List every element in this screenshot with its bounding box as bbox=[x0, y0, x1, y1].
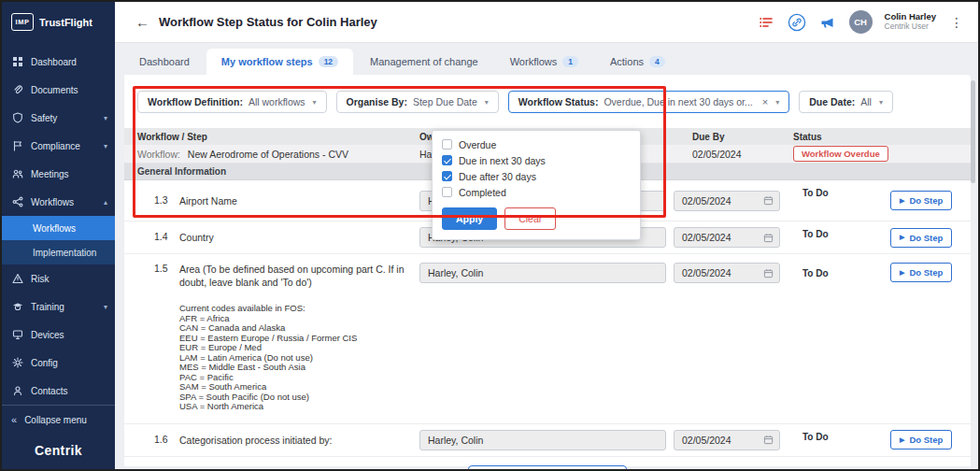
do-step-label: Do Step bbox=[909, 435, 943, 445]
sidebar-item-devices[interactable]: Devices bbox=[2, 321, 115, 349]
table-row: 1.5 Area (To be defined based on upcomin… bbox=[124, 254, 971, 424]
chevron-down-icon: ▾ bbox=[879, 98, 883, 107]
sidebar-item-documents[interactable]: Documents bbox=[2, 76, 115, 104]
due-date-value: 02/05/2024 bbox=[682, 267, 731, 278]
due-date-value: 02/05/2024 bbox=[682, 435, 731, 446]
sidebar-item-contacts[interactable]: Contacts bbox=[2, 377, 115, 405]
calendar-icon bbox=[763, 268, 774, 278]
tab-count-badge: 4 bbox=[649, 56, 665, 67]
sidebar-item-label: Workflows bbox=[33, 223, 76, 234]
sidebar-subitem-workflows[interactable]: Workflows bbox=[2, 216, 115, 240]
step-description: Current codes available in FOS: AFR = Af… bbox=[179, 304, 408, 412]
collapse-menu-label: Collapse menu bbox=[24, 415, 87, 425]
sidebar-item-label: Compliance bbox=[31, 141, 80, 151]
filter-workflow-status[interactable]: Workflow Status: Overdue, Due in next 30… bbox=[508, 91, 789, 113]
tab-label: Workflows bbox=[510, 56, 558, 67]
close-icon[interactable]: × bbox=[762, 96, 768, 107]
status-option-due-after-30[interactable]: Due after 30 days bbox=[442, 168, 631, 184]
do-step-label: Do Step bbox=[909, 233, 943, 243]
sidebar: IMP TrustFlight Dashboard Documents Safe… bbox=[2, 2, 115, 469]
filter-label: Workflow Status: bbox=[518, 96, 599, 107]
due-date-field[interactable]: 02/05/2024 bbox=[674, 263, 780, 283]
tab-my-workflow-steps[interactable]: My workflow steps 12 bbox=[206, 49, 353, 75]
table-row: 1.6 Categorisation process initiated by:… bbox=[124, 424, 971, 457]
chevron-down-icon: ▾ bbox=[313, 98, 317, 107]
clear-button[interactable]: Clear bbox=[504, 207, 556, 230]
workflow-overdue-badge: Workflow Overdue bbox=[793, 146, 888, 162]
sidebar-item-risk[interactable]: Risk bbox=[2, 264, 115, 293]
sidebar-subitem-implementation[interactable]: Implementation bbox=[2, 240, 115, 264]
column-header-status: Status bbox=[788, 132, 881, 142]
column-header-due-by: Due By bbox=[674, 132, 788, 142]
tab-label: My workflow steps bbox=[221, 56, 313, 67]
centrik-logo: Centrik bbox=[2, 434, 115, 471]
status-option-label: Completed bbox=[459, 187, 506, 198]
back-arrow-icon[interactable]: ← bbox=[135, 14, 149, 30]
collapse-menu-button[interactable]: « Collapse menu bbox=[2, 406, 115, 434]
workflow-name: New Aerodrome of Operations - CVV bbox=[188, 149, 348, 160]
do-step-button[interactable]: ▶Do Step bbox=[890, 430, 952, 450]
due-date-field[interactable]: 02/05/2024 bbox=[674, 191, 780, 211]
overflow-menu-icon[interactable]: ⋮ bbox=[948, 15, 965, 30]
shield-icon bbox=[11, 112, 23, 124]
sidebar-item-safety[interactable]: Safety ▾ bbox=[2, 104, 115, 132]
step-number: 1.4 bbox=[154, 231, 179, 244]
due-date-field[interactable]: 02/05/2024 bbox=[674, 430, 780, 450]
checkbox[interactable] bbox=[442, 155, 452, 165]
sidebar-item-dashboard[interactable]: Dashboard bbox=[2, 48, 115, 76]
sidebar-item-meetings[interactable]: Meetings bbox=[2, 160, 115, 188]
calendar-icon bbox=[763, 435, 774, 445]
filter-workflow-definition[interactable]: Workflow Definition: All workflows ▾ bbox=[137, 91, 327, 113]
checkbox[interactable] bbox=[442, 187, 452, 197]
filter-value: All workflows bbox=[249, 96, 305, 107]
sidebar-item-label: Config bbox=[31, 358, 58, 368]
filter-due-date[interactable]: Due Date: All ▾ bbox=[799, 91, 893, 113]
link-icon[interactable] bbox=[788, 13, 806, 32]
sidebar-item-label: Implementation bbox=[33, 248, 96, 258]
workflow-prefix: Workflow: bbox=[137, 149, 180, 160]
sidebar-item-compliance[interactable]: Compliance ▾ bbox=[2, 132, 115, 160]
sidebar-item-training[interactable]: Training ▾ bbox=[2, 293, 115, 321]
status-badge: To Do bbox=[788, 424, 881, 442]
filter-organise-by[interactable]: Organise By: Step Due Date ▾ bbox=[336, 91, 499, 113]
checkbox[interactable] bbox=[442, 139, 452, 150]
tab-label: Dashboard bbox=[139, 56, 190, 67]
status-option-overdue[interactable]: Overdue bbox=[442, 136, 631, 152]
do-step-button[interactable]: ▶Do Step bbox=[890, 263, 952, 282]
brand: IMP TrustFlight bbox=[2, 2, 115, 40]
sidebar-item-workflows[interactable]: Workflows ▴ bbox=[2, 188, 115, 216]
play-icon: ▶ bbox=[900, 197, 904, 205]
workflow-status-dropdown: Overdue Due in next 30 days Due after 30… bbox=[432, 130, 641, 240]
filter-bar: Workflow Definition: All workflows ▾ Org… bbox=[124, 75, 971, 124]
top-header: ← Workflow Step Status for Colin Harley … bbox=[115, 2, 978, 43]
tab-workflows[interactable]: Workflows 1 bbox=[495, 49, 593, 75]
workflow-due-date: 02/05/2024 bbox=[674, 149, 788, 160]
workflow-icon bbox=[11, 196, 23, 208]
chevron-down-icon: ▾ bbox=[775, 98, 779, 107]
sidebar-item-label: Contacts bbox=[31, 386, 67, 396]
status-option-due-next-30[interactable]: Due in next 30 days bbox=[442, 152, 631, 168]
avatar[interactable]: CH bbox=[849, 10, 873, 34]
do-step-button[interactable]: ▶Do Step bbox=[890, 228, 952, 248]
due-date-field[interactable]: 02/05/2024 bbox=[674, 227, 780, 248]
tab-actions[interactable]: Actions 4 bbox=[595, 49, 680, 75]
show-completed-workflows-button[interactable]: Show Completed Workflows bbox=[468, 465, 628, 471]
owner-field[interactable]: Harley, Colin bbox=[419, 430, 666, 450]
step-number: 1.3 bbox=[154, 194, 179, 207]
play-icon: ▶ bbox=[900, 436, 904, 444]
tab-dashboard[interactable]: Dashboard bbox=[124, 49, 205, 75]
apply-button[interactable]: Apply bbox=[442, 207, 497, 230]
scrollbar[interactable] bbox=[971, 80, 975, 183]
step-number: 1.6 bbox=[154, 434, 179, 447]
megaphone-icon[interactable] bbox=[818, 13, 837, 32]
red-list-icon[interactable] bbox=[757, 13, 775, 32]
checkbox[interactable] bbox=[442, 171, 452, 181]
sidebar-item-config[interactable]: Config bbox=[2, 349, 115, 377]
tab-management-of-change[interactable]: Management of change bbox=[355, 49, 493, 75]
chevron-down-icon: ▾ bbox=[104, 114, 107, 122]
due-date-value: 02/05/2024 bbox=[682, 232, 731, 243]
owner-field[interactable]: Harley, Colin bbox=[419, 263, 666, 283]
do-step-button[interactable]: ▶Do Step bbox=[890, 191, 952, 210]
status-option-completed[interactable]: Completed bbox=[442, 184, 631, 200]
play-icon: ▶ bbox=[900, 234, 904, 241]
